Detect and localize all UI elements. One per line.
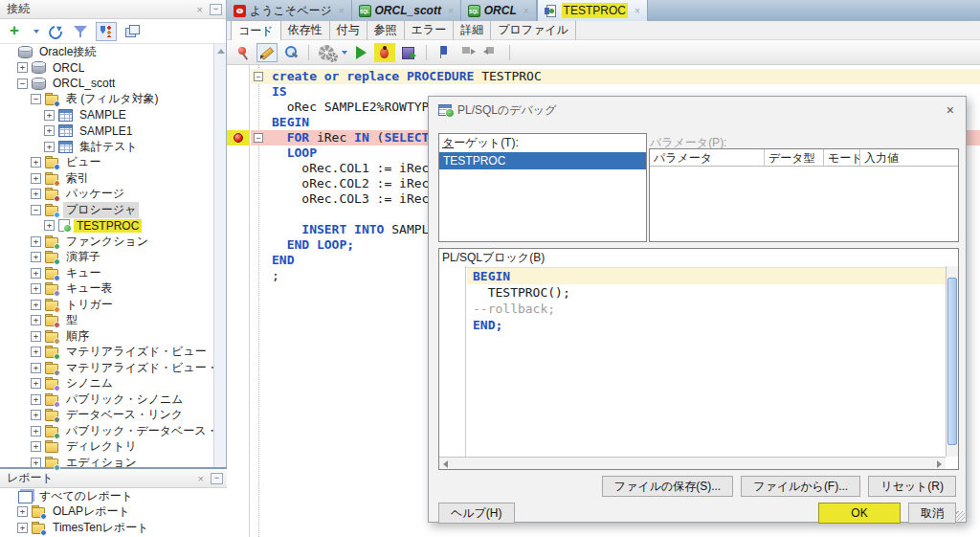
compile-for-debug-icon[interactable] [398, 43, 419, 62]
plus-expand-icon[interactable]: + [31, 236, 41, 247]
tab-close-icon[interactable]: × [339, 6, 345, 16]
code-line[interactable]: END; [467, 317, 946, 333]
dialog-titlebar[interactable]: PL/SQLのデバッグ × [429, 97, 966, 123]
tree-row[interactable]: +データベース・リンク [0, 408, 213, 424]
hscroll-left-icon[interactable] [443, 460, 448, 468]
help-button[interactable]: ヘルプ(H) [438, 503, 515, 524]
tab-close-icon[interactable]: × [635, 6, 640, 16]
params-table[interactable]: パラメータデータ型モード入力値 [649, 148, 959, 242]
debug-icon[interactable] [374, 43, 395, 62]
plus-expand-icon[interactable]: + [31, 394, 41, 405]
plus-expand-icon[interactable]: + [31, 189, 41, 199]
plus-expand-icon[interactable]: + [31, 300, 41, 310]
cancel-button[interactable]: 取消 [908, 503, 956, 524]
param-column-header[interactable]: モード [824, 149, 860, 166]
plus-expand-icon[interactable]: + [31, 157, 41, 168]
save-file-button[interactable]: ファイルの保存(S)... [602, 476, 733, 497]
reports-close-icon[interactable]: × [194, 473, 208, 484]
plus-expand-icon[interactable]: + [31, 252, 41, 262]
hscroll-right-icon[interactable] [937, 460, 942, 468]
block-vscroll-thumb[interactable] [947, 278, 957, 445]
add-connection-icon[interactable] [6, 22, 27, 41]
bookmark-icon[interactable] [434, 43, 455, 62]
scroll-up-icon[interactable] [217, 49, 225, 54]
plus-expand-icon[interactable]: + [31, 426, 41, 436]
run-icon[interactable] [350, 43, 371, 62]
compile-actions-gear-icon[interactable] [316, 43, 337, 62]
breakpoint-cell[interactable] [227, 130, 250, 145]
subtab-3[interactable]: 参照 [368, 20, 405, 40]
tree-row[interactable]: +ビュー [0, 155, 213, 171]
dropdown-arrow-icon[interactable] [33, 30, 39, 34]
plus-expand-icon[interactable]: + [44, 142, 55, 152]
probe-icon[interactable] [280, 43, 301, 62]
connections-close-icon[interactable]: × [193, 4, 207, 15]
refresh-icon[interactable] [44, 22, 65, 41]
pin-icon[interactable] [233, 43, 254, 62]
tree-row[interactable]: +索引 [0, 170, 213, 187]
tree-row[interactable]: +演算子 [0, 250, 213, 266]
tree-row[interactable]: +SAMPLE1 [0, 123, 213, 140]
tab-close-icon[interactable]: × [523, 6, 529, 16]
plus-expand-icon[interactable]: + [17, 506, 28, 517]
tree-row[interactable]: +トリガー [0, 297, 213, 313]
plus-expand-icon[interactable]: + [31, 283, 41, 294]
plus-expand-icon[interactable]: + [44, 110, 55, 121]
plus-expand-icon[interactable]: + [31, 331, 41, 342]
tree-row[interactable]: +パッケージ [0, 187, 213, 203]
plus-expand-icon[interactable]: + [44, 125, 55, 136]
breakpoint-icon[interactable] [234, 133, 243, 143]
plus-expand-icon[interactable]: + [17, 523, 28, 533]
tab-testproc[interactable]: TESTPROC× [537, 0, 648, 21]
tree-row[interactable]: +マテリアライズド・ビュー・ログ [0, 360, 213, 376]
from-file-button[interactable]: ファイルから(F)... [741, 476, 860, 497]
connections-scrollbar[interactable] [213, 44, 226, 537]
tab-orcl-scott[interactable]: ORCL_scott× [352, 0, 461, 21]
plus-expand-icon[interactable]: + [31, 363, 41, 373]
tree-row[interactable]: +TESTPROC [0, 218, 213, 235]
fold-minus-icon[interactable]: − [254, 133, 263, 143]
reports-tree[interactable]: +すべてのレポート+OLAPレポート+TimesTenレポート+ [0, 488, 227, 537]
subtab-1[interactable]: 依存性 [281, 20, 330, 40]
tree-row[interactable]: −表 (フィルタ対象) [0, 92, 213, 108]
subtab-2[interactable]: 付与 [330, 20, 368, 40]
prev-bookmark-icon[interactable] [481, 43, 502, 62]
plus-expand-icon[interactable]: + [31, 173, 41, 184]
fold-minus-icon[interactable]: − [254, 72, 263, 81]
tree-row[interactable]: −ORCL_scott [0, 76, 213, 92]
tree-row[interactable]: +パブリック・シノニム [0, 392, 213, 408]
next-bookmark-icon[interactable] [457, 43, 479, 62]
tab-welcome[interactable]: ようこそページ× [227, 0, 352, 21]
subtab-6[interactable]: プロファイル [491, 20, 576, 40]
tab-close-icon[interactable]: × [448, 6, 454, 16]
code-line[interactable]: BEGIN [467, 268, 946, 284]
tree-row[interactable]: +キュー表 [0, 281, 213, 298]
target-item[interactable]: TESTPROC [439, 152, 646, 169]
sort-icon[interactable] [96, 22, 117, 41]
plus-expand-icon[interactable]: + [31, 347, 41, 357]
tree-row[interactable]: +ファンクション [0, 234, 213, 250]
block-vscrollbar[interactable] [946, 266, 958, 457]
minus-expand-icon[interactable]: − [31, 205, 41, 215]
dialog-close-icon[interactable]: × [945, 102, 956, 118]
minus-expand-icon[interactable]: − [31, 94, 41, 104]
tree-row[interactable]: +順序 [0, 328, 213, 345]
param-column-header[interactable]: 入力値 [860, 149, 958, 166]
tree-row[interactable]: +すべてのレポート [0, 488, 227, 504]
plus-expand-icon[interactable]: + [31, 441, 41, 452]
tree-row[interactable]: +集計テスト [0, 139, 213, 155]
tab-orcl[interactable]: ORCL× [461, 0, 537, 21]
collapse-all-icon[interactable] [122, 22, 143, 41]
reports-minimize-icon[interactable]: − [211, 473, 223, 484]
connections-tree[interactable]: +Oracle接続+ORCL−ORCL_scott−表 (フィルタ対象)+SAM… [0, 44, 213, 537]
plus-expand-icon[interactable]: + [31, 410, 41, 420]
target-listbox[interactable]: ターゲット(T): TESTPROC [438, 133, 647, 242]
block-hscrollbar[interactable] [439, 457, 946, 469]
tree-row[interactable]: +ディレクトリ [0, 439, 213, 456]
tree-row[interactable]: +ORCL [0, 60, 213, 77]
breakpoint-gutter[interactable] [227, 65, 250, 537]
plus-expand-icon[interactable]: + [31, 378, 41, 389]
code-line[interactable]: create or replace PROCEDURE TESTPROC [251, 69, 980, 84]
filter-icon[interactable] [70, 22, 91, 41]
tree-row[interactable]: +Oracle接続 [0, 44, 213, 60]
